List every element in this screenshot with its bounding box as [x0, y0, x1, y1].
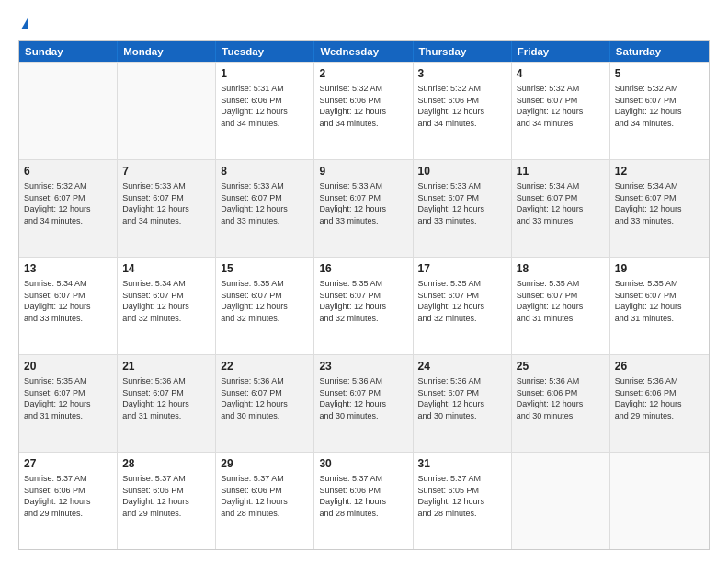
day-number: 9: [319, 164, 407, 178]
calendar-body: 1Sunrise: 5:31 AM Sunset: 6:06 PM Daylig…: [19, 62, 709, 549]
calendar: SundayMondayTuesdayWednesdayThursdayFrid…: [18, 40, 710, 550]
day-number: 25: [517, 359, 605, 373]
week-row-4: 20Sunrise: 5:35 AM Sunset: 6:07 PM Dayli…: [19, 354, 709, 452]
day-number: 6: [24, 164, 112, 178]
day-number: 21: [122, 359, 210, 373]
day-cell-24: 24Sunrise: 5:36 AM Sunset: 6:07 PM Dayli…: [414, 355, 512, 452]
week-row-3: 13Sunrise: 5:34 AM Sunset: 6:07 PM Dayli…: [19, 257, 709, 354]
day-cell-4: 4Sunrise: 5:32 AM Sunset: 6:07 PM Daylig…: [512, 63, 610, 159]
header-day-wednesday: Wednesday: [314, 41, 413, 62]
empty-cell: [610, 453, 709, 549]
day-number: 7: [122, 164, 210, 178]
day-number: 14: [122, 261, 210, 276]
logo-icon: [21, 17, 28, 29]
day-details: Sunrise: 5:31 AM Sunset: 6:06 PM Dayligh…: [221, 83, 309, 129]
day-cell-5: 5Sunrise: 5:32 AM Sunset: 6:07 PM Daylig…: [610, 63, 709, 159]
day-cell-6: 6Sunrise: 5:32 AM Sunset: 6:07 PM Daylig…: [19, 160, 118, 257]
day-details: Sunrise: 5:32 AM Sunset: 6:06 PM Dayligh…: [418, 83, 506, 129]
day-number: 19: [615, 261, 704, 276]
day-cell-26: 26Sunrise: 5:36 AM Sunset: 6:06 PM Dayli…: [610, 355, 709, 452]
week-row-5: 27Sunrise: 5:37 AM Sunset: 6:06 PM Dayli…: [19, 452, 709, 549]
day-details: Sunrise: 5:34 AM Sunset: 6:07 PM Dayligh…: [24, 278, 112, 324]
header-day-saturday: Saturday: [610, 41, 709, 62]
day-details: Sunrise: 5:33 AM Sunset: 6:07 PM Dayligh…: [221, 180, 309, 226]
day-cell-25: 25Sunrise: 5:36 AM Sunset: 6:06 PM Dayli…: [512, 355, 610, 452]
day-number: 29: [221, 456, 309, 471]
day-details: Sunrise: 5:35 AM Sunset: 6:07 PM Dayligh…: [418, 278, 506, 324]
day-cell-19: 19Sunrise: 5:35 AM Sunset: 6:07 PM Dayli…: [610, 258, 709, 354]
day-details: Sunrise: 5:33 AM Sunset: 6:07 PM Dayligh…: [122, 180, 210, 226]
header-day-thursday: Thursday: [414, 41, 512, 62]
day-cell-13: 13Sunrise: 5:34 AM Sunset: 6:07 PM Dayli…: [19, 258, 118, 354]
day-cell-3: 3Sunrise: 5:32 AM Sunset: 6:06 PM Daylig…: [414, 63, 512, 159]
day-cell-1: 1Sunrise: 5:31 AM Sunset: 6:06 PM Daylig…: [216, 63, 314, 159]
day-details: Sunrise: 5:33 AM Sunset: 6:07 PM Dayligh…: [418, 180, 506, 226]
day-cell-15: 15Sunrise: 5:35 AM Sunset: 6:07 PM Dayli…: [216, 258, 314, 354]
header-day-monday: Monday: [118, 41, 216, 62]
day-number: 4: [517, 66, 605, 81]
day-cell-11: 11Sunrise: 5:34 AM Sunset: 6:07 PM Dayli…: [512, 160, 610, 257]
day-number: 24: [418, 359, 506, 373]
day-number: 10: [418, 164, 506, 178]
day-cell-2: 2Sunrise: 5:32 AM Sunset: 6:06 PM Daylig…: [314, 63, 413, 159]
day-number: 12: [615, 164, 704, 178]
week-row-2: 6Sunrise: 5:32 AM Sunset: 6:07 PM Daylig…: [19, 159, 709, 257]
day-cell-28: 28Sunrise: 5:37 AM Sunset: 6:06 PM Dayli…: [118, 453, 216, 549]
day-details: Sunrise: 5:37 AM Sunset: 6:05 PM Dayligh…: [418, 473, 506, 519]
day-details: Sunrise: 5:34 AM Sunset: 6:07 PM Dayligh…: [517, 180, 605, 226]
day-details: Sunrise: 5:35 AM Sunset: 6:07 PM Dayligh…: [517, 278, 605, 324]
day-number: 30: [319, 456, 407, 471]
day-details: Sunrise: 5:32 AM Sunset: 6:07 PM Dayligh…: [24, 180, 112, 226]
day-cell-27: 27Sunrise: 5:37 AM Sunset: 6:06 PM Dayli…: [19, 453, 118, 549]
day-number: 27: [24, 456, 112, 471]
header-day-tuesday: Tuesday: [216, 41, 314, 62]
day-cell-22: 22Sunrise: 5:36 AM Sunset: 6:07 PM Dayli…: [216, 355, 314, 452]
day-details: Sunrise: 5:35 AM Sunset: 6:07 PM Dayligh…: [24, 375, 112, 421]
calendar-header: SundayMondayTuesdayWednesdayThursdayFrid…: [19, 41, 709, 62]
day-number: 2: [319, 66, 407, 81]
day-number: 17: [418, 261, 506, 276]
day-number: 31: [418, 456, 506, 471]
header: [18, 17, 710, 31]
day-number: 5: [615, 66, 704, 81]
day-number: 20: [24, 359, 112, 373]
day-cell-9: 9Sunrise: 5:33 AM Sunset: 6:07 PM Daylig…: [314, 160, 413, 257]
day-number: 16: [319, 261, 407, 276]
day-cell-7: 7Sunrise: 5:33 AM Sunset: 6:07 PM Daylig…: [118, 160, 216, 257]
day-details: Sunrise: 5:36 AM Sunset: 6:06 PM Dayligh…: [517, 375, 605, 421]
day-details: Sunrise: 5:32 AM Sunset: 6:07 PM Dayligh…: [517, 83, 605, 129]
day-cell-10: 10Sunrise: 5:33 AM Sunset: 6:07 PM Dayli…: [414, 160, 512, 257]
day-details: Sunrise: 5:35 AM Sunset: 6:07 PM Dayligh…: [221, 278, 309, 324]
day-number: 13: [24, 261, 112, 276]
day-number: 8: [221, 164, 309, 178]
day-cell-14: 14Sunrise: 5:34 AM Sunset: 6:07 PM Dayli…: [118, 258, 216, 354]
day-details: Sunrise: 5:37 AM Sunset: 6:06 PM Dayligh…: [122, 473, 210, 519]
day-details: Sunrise: 5:37 AM Sunset: 6:06 PM Dayligh…: [319, 473, 407, 519]
day-cell-8: 8Sunrise: 5:33 AM Sunset: 6:07 PM Daylig…: [216, 160, 314, 257]
day-number: 18: [517, 261, 605, 276]
logo: [18, 17, 28, 31]
day-details: Sunrise: 5:32 AM Sunset: 6:06 PM Dayligh…: [319, 83, 407, 129]
day-cell-18: 18Sunrise: 5:35 AM Sunset: 6:07 PM Dayli…: [512, 258, 610, 354]
day-details: Sunrise: 5:34 AM Sunset: 6:07 PM Dayligh…: [615, 180, 704, 226]
day-cell-30: 30Sunrise: 5:37 AM Sunset: 6:06 PM Dayli…: [314, 453, 413, 549]
day-details: Sunrise: 5:36 AM Sunset: 6:07 PM Dayligh…: [221, 375, 309, 421]
day-details: Sunrise: 5:35 AM Sunset: 6:07 PM Dayligh…: [319, 278, 407, 324]
day-number: 23: [319, 359, 407, 373]
page: SundayMondayTuesdayWednesdayThursdayFrid…: [0, 0, 728, 563]
day-details: Sunrise: 5:36 AM Sunset: 6:07 PM Dayligh…: [418, 375, 506, 421]
day-number: 3: [418, 66, 506, 81]
day-details: Sunrise: 5:36 AM Sunset: 6:07 PM Dayligh…: [122, 375, 210, 421]
day-details: Sunrise: 5:35 AM Sunset: 6:07 PM Dayligh…: [615, 278, 704, 324]
day-cell-12: 12Sunrise: 5:34 AM Sunset: 6:07 PM Dayli…: [610, 160, 709, 257]
day-details: Sunrise: 5:36 AM Sunset: 6:06 PM Dayligh…: [615, 375, 704, 421]
day-cell-31: 31Sunrise: 5:37 AM Sunset: 6:05 PM Dayli…: [414, 453, 512, 549]
day-details: Sunrise: 5:34 AM Sunset: 6:07 PM Dayligh…: [122, 278, 210, 324]
day-cell-20: 20Sunrise: 5:35 AM Sunset: 6:07 PM Dayli…: [19, 355, 118, 452]
empty-cell: [19, 63, 118, 159]
day-details: Sunrise: 5:37 AM Sunset: 6:06 PM Dayligh…: [24, 473, 112, 519]
day-cell-17: 17Sunrise: 5:35 AM Sunset: 6:07 PM Dayli…: [414, 258, 512, 354]
day-cell-29: 29Sunrise: 5:37 AM Sunset: 6:06 PM Dayli…: [216, 453, 314, 549]
day-number: 28: [122, 456, 210, 471]
day-cell-16: 16Sunrise: 5:35 AM Sunset: 6:07 PM Dayli…: [314, 258, 413, 354]
